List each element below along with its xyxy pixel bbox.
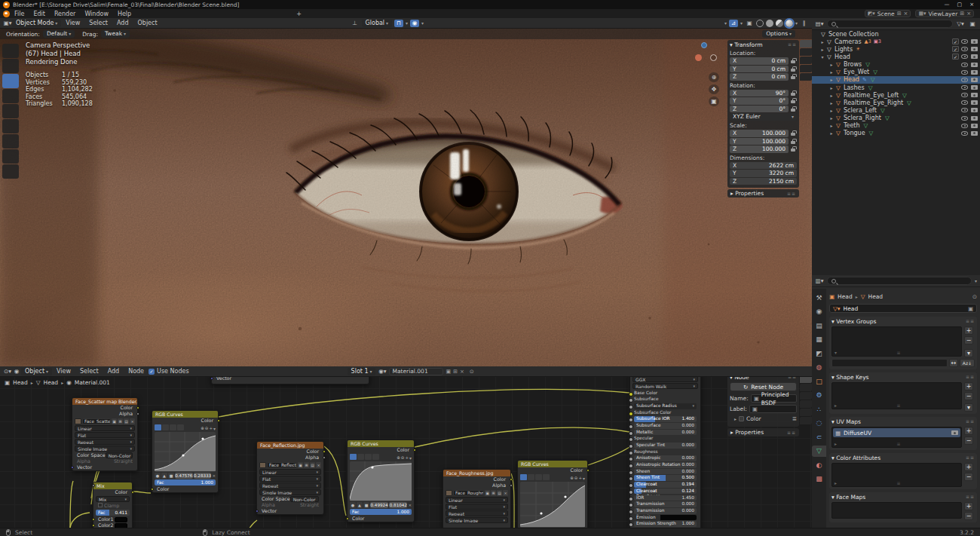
outliner-row[interactable]: ▸ ▽ Head ✎ ▽ ✓ [812,76,980,84]
node-title[interactable]: Mix [93,482,132,489]
tool-button[interactable] [2,74,19,88]
bsdf-input-row[interactable]: Specular [630,436,700,443]
outliner-row[interactable]: ▸ ▽ Lashes ✎ ▽ ✓ [812,84,980,91]
node-dropdown[interactable]: Flat [75,432,135,438]
filter-icon[interactable]: ▽▾ [956,20,965,28]
editor-type-icon[interactable]: ▤▾ [815,20,824,28]
proportional-editing-icon[interactable]: ◉ [410,20,419,27]
render-camera-icon[interactable] [951,430,958,435]
fac-slider[interactable]: Fac0.411 [96,510,130,516]
open-folder-icon[interactable]: ▤ [310,462,315,468]
outliner-row[interactable]: ▸ ▽ Realtime_Eye_Left ✎ ▽ ✓ [812,91,980,99]
pin-icon[interactable]: ⊙ [972,293,977,300]
properties-tab[interactable]: ◩ [812,348,826,359]
number-field[interactable]: Z0 cm [730,73,789,81]
viewport-menu-item[interactable]: View [61,20,84,26]
number-field[interactable]: Y3220 cm [730,170,797,177]
3d-viewport[interactable]: ▣▾ Object Mode ViewSelectAddObject ⊥ Glo… [0,18,812,366]
channel-button[interactable] [520,474,527,480]
node-dropdown[interactable]: Single Image [446,517,508,523]
render-visibility-icon[interactable] [971,85,978,90]
hide-eye-icon[interactable] [961,47,968,51]
handle-vector-icon[interactable]: ▲ [357,502,363,508]
solid-shading-icon[interactable] [766,20,773,27]
proportional-dropdown[interactable]: ▾ [421,20,424,26]
tool-button[interactable] [2,119,19,133]
hide-eye-icon[interactable] [961,39,968,44]
bsdf-input-row[interactable]: Subsurface Color [630,409,700,416]
number-field[interactable]: X2622 cm [730,162,797,170]
bsdf-input-row[interactable]: Specular Tint0.000 [630,443,700,449]
properties-tab[interactable]: ◐ [812,459,826,470]
overlays-dropdown[interactable]: ▾ [740,20,743,26]
distribution-dropdown[interactable]: GGX [632,377,698,382]
remove-button[interactable]: − [964,473,973,481]
open-folder-icon[interactable]: ▤ [497,490,502,496]
curve-x-value[interactable]: 0.49924 [370,502,388,508]
expand-caret-icon[interactable]: ▸ [828,69,835,75]
number-field[interactable]: Y100.000 [730,138,789,145]
shader-menu-item[interactable]: Select [75,368,103,375]
slot-dropdown[interactable]: Slot 1 [348,368,376,375]
color-checkbox[interactable] [739,416,744,421]
expand-caret-icon[interactable]: ▸ [828,62,835,67]
hide-eye-icon[interactable] [961,70,968,75]
sidebar-tab[interactable] [800,409,812,416]
shading-dropdown[interactable]: ▾ [795,20,798,26]
hide-eye-icon[interactable] [961,54,968,59]
properties-collapsed-panel[interactable]: ▸ Properties≡≡ [727,189,799,198]
node-rgb-curves-2[interactable]: RGB Curves Color ⊕⊖+▾ ● ▲ ■ [347,440,415,522]
handle-free-icon[interactable]: ■ [363,502,369,508]
properties-search-input[interactable] [827,277,972,285]
bsdf-input-row[interactable]: IOR1.450 [630,495,700,501]
fake-user-icon[interactable]: ▣ [298,462,303,468]
lock-icon[interactable] [791,106,797,112]
outliner-row[interactable]: ▸ ▽ Sclera_Right ✎ ▽ ✓ [812,115,980,122]
copy-icon[interactable]: ⊞ [897,11,902,17]
handle-auto-icon[interactable]: ● [350,502,356,508]
properties-tab[interactable]: ∴ [812,403,826,415]
item-name[interactable]: Scene Collection [828,31,879,38]
properties-tab[interactable]: □ [812,375,826,387]
lock-icon[interactable] [791,90,797,96]
outliner-row[interactable]: ▸ ▽ Tongue ✎ ▽ ✓ [812,130,980,137]
curve-widget[interactable] [155,432,216,472]
number-field[interactable]: X100.000 [730,130,789,137]
expand-caret-icon[interactable]: ▸ [828,130,835,136]
sidebar-tab[interactable] [800,65,812,72]
item-name[interactable]: Head [844,76,859,83]
drag-dropdown[interactable]: Tweak [101,30,130,38]
presets-icon[interactable]: ≣ [792,415,797,422]
bsdf-input-row[interactable]: Clearcoat0.194 [630,482,700,489]
material-name-field[interactable]: Material.001 [389,368,443,375]
hide-eye-icon[interactable] [961,63,968,67]
copy-icon[interactable]: ⊞ [960,11,964,17]
specials-dropdown[interactable]: ▾ [964,403,973,412]
render-visibility-icon[interactable] [971,54,978,59]
expand-caret-icon[interactable]: ▸ [828,85,835,90]
specials-dropdown[interactable]: ▾ [964,349,973,357]
shape-keys-list[interactable]: ▸≡ [831,382,962,409]
expand-caret-icon[interactable]: ▸ [828,108,835,113]
number-field[interactable]: Z100.000 [730,145,789,153]
uv-map-item[interactable]: ▦ DiffuseUV [833,428,960,437]
blend-mode-dropdown[interactable]: Mix [96,496,130,502]
material-shading-icon[interactable] [776,20,783,27]
face-maps-list[interactable] [831,502,962,519]
render-visibility-icon[interactable] [971,124,978,128]
node-dropdown[interactable]: Linear [259,469,321,475]
bsdf-input-row[interactable]: Sheen Tint0.500 [630,475,700,482]
remove-button[interactable]: − [964,336,973,345]
node-image-texture-roughness[interactable]: Face_Roughness.jpg Color Alpha Face_Roug… [443,469,511,528]
outliner-row[interactable]: ▸ ▽ Sclera_Left ✎ ▽ ✓ [812,106,980,114]
browse-material-icon[interactable]: ◉▾ [378,368,387,375]
editor-type-icon[interactable]: ⊙▾ [3,368,12,375]
sidebar-tab[interactable] [800,384,812,391]
number-field[interactable]: X0 cm [730,57,789,65]
remove-button[interactable]: − [964,512,973,520]
add-button[interactable]: + [964,382,973,391]
item-name[interactable]: Realtime_Eye_Right [844,100,903,106]
uv-maps-list[interactable]: ▦ DiffuseUV ▸≡ [831,427,962,448]
pan-view-icon[interactable]: ✥ [709,84,719,94]
display-options-icon[interactable]: ▣ [968,20,977,28]
